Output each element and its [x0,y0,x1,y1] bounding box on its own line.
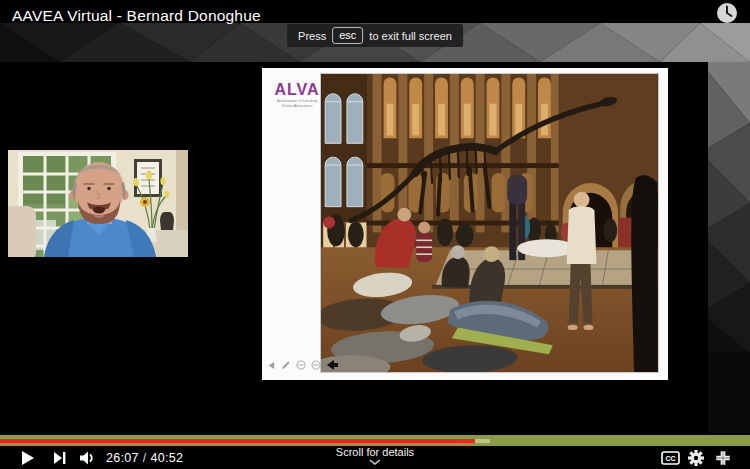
progress-played [0,439,475,443]
chevron-down-icon [369,459,381,465]
exit-fullscreen-toast: Press esc to exit full screen [287,24,463,47]
exit-fullscreen-icon [714,449,732,467]
cursor-arrow-icon [326,359,339,371]
watch-later-clock-icon[interactable] [716,2,738,24]
alva-logo-text: ALVA [271,81,323,98]
speaker-webcam-video [8,150,188,257]
volume-button[interactable] [80,446,96,469]
video-title: AAVEA Virtual - Bernard Donoghue [12,7,261,25]
presenter-toolbar [267,359,339,371]
progress-buffer [475,439,490,443]
speaker-scene [8,150,188,257]
alva-logo: ALVA Association of Leading Visitor Attr… [271,81,323,108]
duration: 40:52 [151,451,184,465]
svg-text:CC: CC [665,455,675,462]
settings-button[interactable] [688,446,704,469]
exit-fullscreen-button[interactable] [714,446,732,469]
cc-button[interactable]: CC [661,446,680,469]
play-button[interactable] [22,446,34,469]
presentation-slide: ALVA Association of Leading Visitor Attr… [262,68,668,380]
play-icon [22,451,34,465]
volume-icon [80,451,96,465]
cc-icon: CC [661,451,680,465]
presenter-options-icon [311,360,321,370]
next-button[interactable] [54,446,66,469]
museum-sleepover-photo [320,73,659,373]
scroll-for-details[interactable]: Scroll for details [336,446,414,465]
current-time: 26:07 [106,451,139,465]
esc-keycap: esc [332,27,363,44]
time-separator: / [143,451,147,465]
time-display: 26:07 / 40:52 [106,446,183,469]
presenter-pen-icon [281,360,291,370]
progress-track[interactable] [0,435,750,446]
alva-logo-subtitle-2: Visitor Attractions [271,103,323,108]
scroll-hint-text: Scroll for details [336,446,414,458]
next-icon [54,452,66,464]
presenter-prev-icon [267,361,276,370]
gear-icon [688,450,704,466]
toast-prefix: Press [298,30,326,42]
presenter-menu-icon [296,360,306,370]
page-root: { "window": { "title": "AAVEA Virtual - … [0,0,750,469]
toast-suffix: to exit full screen [369,30,452,42]
